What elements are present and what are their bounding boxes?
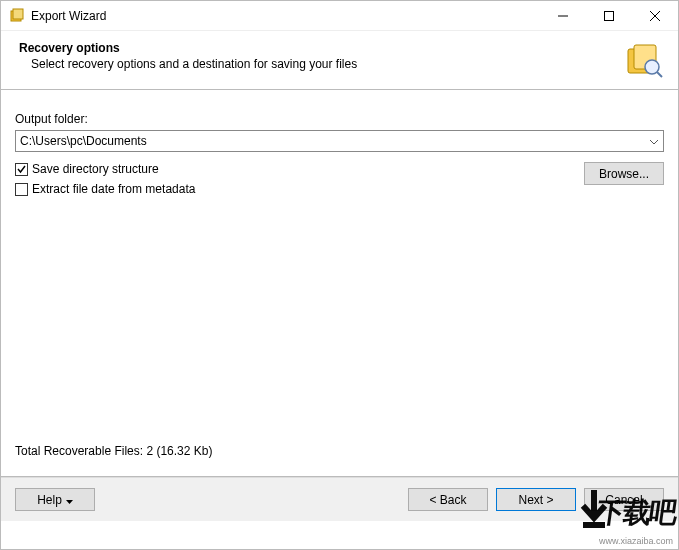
extract-metadata-checkbox[interactable]: Extract file date from metadata bbox=[15, 182, 584, 196]
next-button[interactable]: Next > bbox=[496, 488, 576, 511]
svg-rect-1 bbox=[13, 9, 23, 19]
output-folder-label: Output folder: bbox=[15, 112, 664, 126]
checkbox-icon bbox=[15, 163, 28, 176]
back-label: < Back bbox=[429, 493, 466, 507]
window-title: Export Wizard bbox=[31, 9, 540, 23]
watermark-url: www.xiazaiba.com bbox=[599, 536, 673, 546]
svg-rect-10 bbox=[583, 522, 605, 528]
help-button[interactable]: Help bbox=[15, 488, 95, 511]
app-icon bbox=[9, 8, 25, 24]
checkbox-icon bbox=[15, 183, 28, 196]
output-folder-select[interactable]: C:\Users\pc\Documents bbox=[15, 130, 664, 152]
maximize-button[interactable] bbox=[586, 1, 632, 31]
page-title: Recovery options bbox=[19, 41, 616, 55]
save-directory-checkbox[interactable]: Save directory structure bbox=[15, 162, 584, 176]
extract-metadata-label: Extract file date from metadata bbox=[32, 182, 195, 196]
cancel-label: Cancel bbox=[605, 493, 642, 507]
wizard-header: Recovery options Select recovery options… bbox=[1, 31, 678, 89]
wizard-footer: Help < Back Next > Cancel bbox=[1, 477, 678, 521]
next-label: Next > bbox=[518, 493, 553, 507]
svg-rect-3 bbox=[605, 12, 614, 21]
output-folder-value: C:\Users\pc\Documents bbox=[20, 134, 147, 148]
svg-line-9 bbox=[657, 72, 662, 77]
titlebar: Export Wizard bbox=[1, 1, 678, 31]
browse-label: Browse... bbox=[599, 167, 649, 181]
page-subtitle: Select recovery options and a destinatio… bbox=[19, 57, 616, 71]
chevron-down-icon bbox=[649, 134, 659, 148]
window-controls bbox=[540, 1, 678, 30]
save-directory-label: Save directory structure bbox=[32, 162, 159, 176]
help-label: Help bbox=[37, 493, 62, 507]
header-icon bbox=[624, 41, 664, 81]
minimize-button[interactable] bbox=[540, 1, 586, 31]
svg-point-8 bbox=[645, 60, 659, 74]
browse-button[interactable]: Browse... bbox=[584, 162, 664, 185]
cancel-button[interactable]: Cancel bbox=[584, 488, 664, 511]
content-area: Output folder: C:\Users\pc\Documents Sav… bbox=[1, 89, 678, 477]
back-button[interactable]: < Back bbox=[408, 488, 488, 511]
status-text: Total Recoverable Files: 2 (16.32 Kb) bbox=[15, 444, 212, 458]
close-button[interactable] bbox=[632, 1, 678, 31]
dropdown-triangle-icon bbox=[66, 493, 73, 507]
